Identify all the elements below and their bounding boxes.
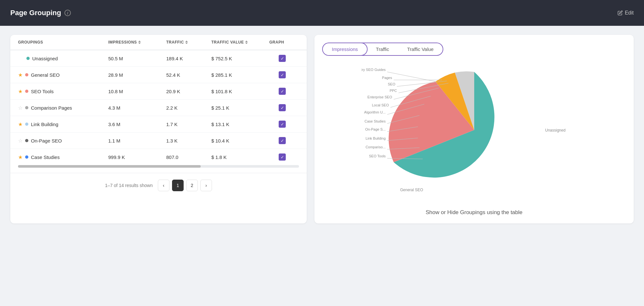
chart-label-enterprise: Enterprise SEO bbox=[367, 95, 392, 99]
table-row: ★ Case Studies 999.9 K 807.0 $ 1.8 K ✓ bbox=[10, 149, 307, 165]
table-row: ★ Link Building 3.6 M 1.7 K $ 13.1 K ✓ bbox=[10, 116, 307, 133]
table-header: GROUPINGS IMPRESSIONS TRAFFIC bbox=[10, 35, 307, 50]
traffic-3: 2.2 K bbox=[166, 105, 211, 111]
dot-1 bbox=[25, 73, 28, 76]
page-2-button[interactable]: 2 bbox=[186, 180, 198, 191]
table-footer: 1–7 of 14 results shown ‹ 1 2 › bbox=[10, 173, 307, 198]
row-name-6: ★ Case Studies bbox=[18, 154, 108, 160]
tab-traffic-value[interactable]: Traffic Value bbox=[398, 43, 443, 55]
checkbox-2[interactable]: ✓ bbox=[279, 88, 286, 95]
table-row: ★ General SEO 28.9 M 52.4 K $ 285.1 K ✓ bbox=[10, 67, 307, 83]
table-body: Unassigned 50.5 M 189.4 K $ 752.5 K ✓ ★ … bbox=[10, 50, 307, 165]
col-graph: GRAPH bbox=[269, 40, 295, 44]
chart-label-seotools: SEO Tools bbox=[369, 154, 386, 158]
traffic-1: 52.4 K bbox=[166, 72, 211, 78]
table-row: ☆ On-Page SEO 1.1 M 1.3 K $ 10.4 K ✓ bbox=[10, 133, 307, 149]
star-icon-1[interactable]: ★ bbox=[18, 72, 23, 78]
traffic-0: 189.4 K bbox=[166, 56, 211, 61]
info-icon[interactable]: i bbox=[64, 10, 71, 16]
impressions-5: 1.1 M bbox=[108, 138, 166, 143]
dot-3 bbox=[25, 106, 28, 109]
impressions-3: 4.3 M bbox=[108, 105, 166, 111]
traffic-sort-icon bbox=[185, 41, 188, 44]
dot-4 bbox=[25, 123, 28, 126]
traffic-5: 1.3 K bbox=[166, 138, 211, 143]
table-row: ☆ Comparison Pages 4.3 M 2.2 K $ 25.1 K … bbox=[10, 100, 307, 116]
chart-tabs: Impressions Traffic Traffic Value bbox=[322, 43, 443, 56]
tab-traffic[interactable]: Traffic bbox=[367, 43, 398, 55]
traffic-value-sort-icon bbox=[245, 41, 248, 44]
col-impressions[interactable]: IMPRESSIONS bbox=[108, 40, 166, 44]
tab-impressions[interactable]: Impressions bbox=[322, 43, 368, 56]
checkbox-0[interactable]: ✓ bbox=[279, 55, 286, 62]
chart-label-industry: Industry SEO Guides bbox=[361, 68, 386, 72]
chart-label-seo: SEO bbox=[388, 82, 395, 86]
chart-label-ppc: PPC bbox=[389, 89, 397, 93]
chart-section: Impressions Traffic Traffic Value bbox=[314, 35, 634, 223]
chart-label-case-studies: Case Studies bbox=[364, 119, 386, 123]
dot-2 bbox=[25, 90, 28, 93]
table-section: GROUPINGS IMPRESSIONS TRAFFIC bbox=[10, 35, 307, 223]
app-container: Page Grouping i Edit GROUPINGS IMPRESSIO… bbox=[0, 0, 644, 306]
checkbox-6[interactable]: ✓ bbox=[279, 153, 286, 161]
page-title: Page Grouping bbox=[10, 9, 61, 17]
row-name-5: ☆ On-Page SEO bbox=[18, 138, 108, 144]
chart-label-general-bottom: General SEO bbox=[400, 188, 423, 192]
traffic-value-6: $ 1.8 K bbox=[211, 154, 269, 160]
dot-6 bbox=[25, 155, 28, 159]
header-title-group: Page Grouping i bbox=[10, 9, 71, 17]
checkbox-3[interactable]: ✓ bbox=[279, 104, 286, 111]
edit-label: Edit bbox=[625, 10, 634, 16]
row-name-2: ★ SEO Tools bbox=[18, 88, 108, 94]
traffic-value-5: $ 10.4 K bbox=[211, 138, 269, 143]
chart-label-local: Local SEO bbox=[372, 103, 389, 107]
chart-area: Industry SEO Guides Pages SEO PPC Enterp… bbox=[322, 62, 626, 198]
star-icon-5[interactable]: ☆ bbox=[18, 138, 23, 144]
star-icon-2[interactable]: ★ bbox=[18, 88, 23, 94]
dot-0 bbox=[26, 57, 30, 60]
checkbox-4[interactable]: ✓ bbox=[279, 121, 286, 128]
horizontal-scrollbar[interactable] bbox=[18, 165, 299, 168]
checkbox-cell-1[interactable]: ✓ bbox=[269, 71, 295, 78]
row-name-1: ★ General SEO bbox=[18, 72, 108, 78]
checkbox-5[interactable]: ✓ bbox=[279, 137, 286, 144]
impressions-2: 10.8 M bbox=[108, 89, 166, 94]
traffic-6: 807.0 bbox=[166, 154, 211, 160]
traffic-value-2: $ 101.8 K bbox=[211, 89, 269, 94]
next-page-button[interactable]: › bbox=[200, 180, 212, 191]
chart-label-onpage: On-Page S... bbox=[365, 127, 386, 131]
col-traffic[interactable]: TRAFFIC bbox=[166, 40, 211, 44]
chart-label-link: Link Building bbox=[365, 136, 385, 140]
row-name-3: ☆ Comparison Pages bbox=[18, 105, 108, 111]
col-traffic-value[interactable]: TRAFFIC VALUE bbox=[211, 40, 269, 44]
pie-chart: Industry SEO Guides Pages SEO PPC Enterp… bbox=[361, 62, 587, 198]
table-row: ★ SEO Tools 10.8 M 20.9 K $ 101.8 K ✓ bbox=[10, 83, 307, 100]
pagination-info: 1–7 of 14 results shown bbox=[105, 183, 153, 188]
traffic-value-3: $ 25.1 K bbox=[211, 105, 269, 111]
traffic-value-0: $ 752.5 K bbox=[211, 56, 269, 61]
edit-button[interactable]: Edit bbox=[618, 10, 634, 16]
table-row: Unassigned 50.5 M 189.4 K $ 752.5 K ✓ bbox=[10, 50, 307, 67]
chart-label-compariso: Compariso... bbox=[365, 145, 385, 149]
checkbox-cell-3[interactable]: ✓ bbox=[269, 104, 295, 111]
impressions-sort-icon bbox=[138, 41, 141, 44]
checkbox-cell-2[interactable]: ✓ bbox=[269, 88, 295, 95]
chart-hint: Show or Hide Groupings using the table bbox=[322, 209, 626, 216]
col-groupings: GROUPINGS bbox=[18, 40, 108, 44]
main-content: GROUPINGS IMPRESSIONS TRAFFIC bbox=[0, 26, 644, 232]
scrollbar-thumb[interactable] bbox=[18, 165, 201, 168]
checkbox-1[interactable]: ✓ bbox=[279, 71, 286, 78]
dot-5 bbox=[25, 139, 28, 142]
chart-label-unassigned-right: Unassigned bbox=[545, 128, 565, 133]
impressions-0: 50.5 M bbox=[108, 56, 166, 61]
checkbox-cell-4[interactable]: ✓ bbox=[269, 121, 295, 128]
star-icon-6[interactable]: ★ bbox=[18, 154, 23, 160]
checkbox-cell-6[interactable]: ✓ bbox=[269, 153, 295, 161]
prev-page-button[interactable]: ‹ bbox=[158, 180, 169, 191]
star-icon-3[interactable]: ☆ bbox=[18, 105, 23, 111]
checkbox-cell-5[interactable]: ✓ bbox=[269, 137, 295, 144]
star-icon-4[interactable]: ★ bbox=[18, 121, 23, 127]
checkbox-cell-0[interactable]: ✓ bbox=[269, 55, 295, 62]
page-1-button[interactable]: 1 bbox=[172, 180, 184, 191]
chart-label-algorithm: Algorithm U... bbox=[364, 110, 386, 114]
